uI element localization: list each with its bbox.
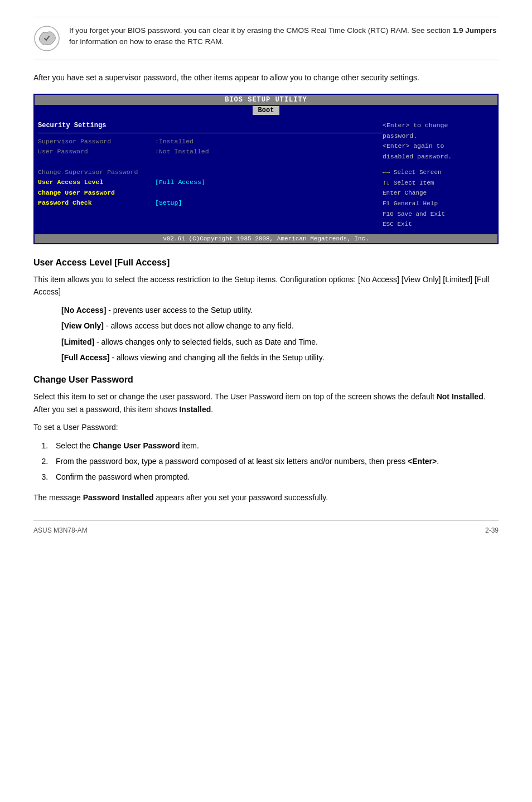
bios-nav-screen: ←→ Select Screen [383,167,494,178]
bios-tab-bar: Boot [35,105,497,116]
bios-right-panel: <Enter> to change password. <Enter> agai… [383,120,494,230]
bios-left-panel: Security Settings Supervisor Password :I… [38,120,383,230]
bios-help-text: <Enter> to change password. <Enter> agai… [383,120,494,162]
bios-nav-f1: F1 General Help [383,199,494,209]
bios-user-access-row: User Access Level [Full Access] [38,177,383,187]
bios-user-access-value: [Full Access] [155,177,228,187]
section1-para1: This item allows you to select the acces… [33,273,499,298]
bios-nav-enter: Enter Change [383,188,494,199]
warning-icon [33,25,60,52]
bios-supervisor-value: :Installed [155,137,228,147]
bios-supervisor-label: Supervisor Password [38,137,149,147]
bios-supervisor-row: Supervisor Password :Installed [38,137,383,147]
section2-para2: To set a User Password: [33,421,499,433]
jumpers-ref: 1.9 Jumpers [453,26,497,35]
bios-user-password-row: User Password :Not Installed [38,147,383,157]
list-item-full-access: [Full Access] - allows viewing and chang… [61,351,499,364]
section1-items: [No Access] - prevents user access to th… [61,304,499,364]
section-user-access: User Access Level [Full Access] This ite… [33,258,499,364]
list-item-view-only: [View Only] - allows access but does not… [61,320,499,332]
footer-page: 2-39 [485,526,499,534]
bios-footer: v02.61 (C)Copyright 1985-2008, American … [35,234,497,243]
note-text: If you forget your BIOS password, you ca… [69,25,499,48]
bios-password-check-row: Password Check [Setup] [38,198,383,208]
bios-change-user-label: Change User Password [38,188,149,198]
section2-heading: Change User Password [33,375,499,385]
bios-title: BIOS SETUP UTILITY [35,95,497,105]
intro-paragraph: After you have set a supervisor password… [33,71,499,84]
page-footer: ASUS M3N78-AM 2-39 [33,520,499,534]
steps-list: Select the Change User Password item. Fr… [50,439,499,484]
bios-password-check-label: Password Check [38,198,149,208]
footer-model: ASUS M3N78-AM [33,526,88,534]
bios-change-user-row: Change User Password [38,188,383,198]
bios-nav-item: ↑↓ Select Item [383,178,494,189]
list-item-no-access: [No Access] - prevents user access to th… [61,304,499,316]
bios-nav-f10: F10 Save and Exit [383,209,494,220]
bottom-note: The message Password Installed appears a… [33,491,499,504]
bios-nav-esc: ESC Exit [383,219,494,230]
bios-content-area: Security Settings Supervisor Password :I… [35,116,497,234]
bios-section-title: Security Settings [38,120,383,133]
bios-user-access-label: User Access Level [38,177,149,187]
bios-change-supervisor-row: Change Supervisor Password [38,167,383,177]
bios-change-supervisor-label: Change Supervisor Password [38,167,149,177]
not-installed-ref: Not Installed [437,392,483,401]
bios-password-check-value: [Setup] [155,198,228,208]
bios-tab-boot: Boot [253,106,280,115]
step1-bold: Change User Password [93,441,180,450]
bios-help-line1: <Enter> to change [383,122,448,129]
step-2: From the password box, type a password c… [50,455,499,467]
list-item-limited: [Limited] - allows changes only to selec… [61,336,499,348]
password-installed-ref: Password Installed [83,493,154,502]
bios-help-line2: password. [383,132,417,139]
note-box: If you forget your BIOS password, you ca… [33,17,499,60]
installed-ref: Installed [179,405,211,414]
section1-heading: User Access Level [Full Access] [33,258,499,268]
bios-user-password-value: :Not Installed [155,147,228,157]
step-3: Confirm the password when prompted. [50,471,499,483]
bios-help-line3: <Enter> again to [383,142,444,149]
section-change-user-password: Change User Password Select this item to… [33,375,499,504]
bios-help-line4: disabled password. [383,153,452,160]
bios-nav-help: ←→ Select Screen ↑↓ Select Item Enter Ch… [383,167,494,230]
step2-bold: <Enter> [408,457,437,466]
bios-user-password-label: User Password [38,147,149,157]
step-1: Select the Change User Password item. [50,439,499,452]
bios-screenshot: BIOS SETUP UTILITY Boot Security Setting… [33,94,499,244]
section2-para1: Select this item to set or change the us… [33,390,499,416]
